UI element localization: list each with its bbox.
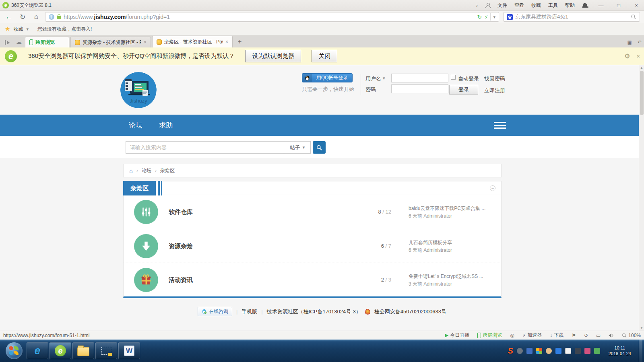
browser-search-box[interactable]: 京东家具建材跨店4免1 xyxy=(503,12,640,22)
cross-screen-button[interactable]: 跨屏浏览 xyxy=(477,332,502,339)
favorites-import-hint[interactable]: 您还没有收藏，点击导入! xyxy=(37,26,92,33)
online-service-badge[interactable]: 在线咨询 xyxy=(198,307,232,316)
taskbar-360browser-button[interactable]: e xyxy=(50,342,71,359)
forum-search-input[interactable] xyxy=(126,141,284,154)
skin-hat-icon[interactable] xyxy=(582,3,588,8)
last-post-meta[interactable]: 3 天前 Administrator xyxy=(409,280,499,288)
refresh-button[interactable]: ↻ xyxy=(18,13,27,21)
find-password-link[interactable]: 找回密码 xyxy=(484,75,505,82)
forum-name[interactable]: 资源杂烩 xyxy=(169,243,193,250)
scrollbar-thumb[interactable] xyxy=(640,71,644,115)
auto-login-checkbox[interactable] xyxy=(451,75,456,80)
scroll-down-icon[interactable]: ▼ xyxy=(640,326,643,330)
tray-icon[interactable] xyxy=(526,348,533,354)
favorites-label[interactable]: 收藏 xyxy=(13,26,23,33)
minimize-button[interactable]: — xyxy=(596,2,606,8)
url-text[interactable]: https://www.jishuzy.com/forum.php?gid=1 xyxy=(64,14,170,20)
tray-icon[interactable] xyxy=(555,348,561,354)
zoom-control[interactable]: 100% xyxy=(622,333,641,338)
auto-login-label[interactable]: 自动登录 xyxy=(458,75,479,82)
reopen-closed-tab-icon[interactable]: ↶ xyxy=(638,39,642,45)
restore-button[interactable]: □ xyxy=(613,2,624,8)
last-post-meta[interactable]: 6 天前 Administrator xyxy=(409,247,499,254)
speed-mode-icon[interactable]: ⚡ xyxy=(484,14,488,20)
breadcrumb-forum[interactable]: 论坛 xyxy=(142,167,151,174)
forum-name[interactable]: 活动资讯 xyxy=(169,276,193,284)
start-button[interactable] xyxy=(6,342,23,359)
tray-icon[interactable] xyxy=(565,348,571,354)
tab-cross-screen[interactable]: 跨屏浏览 xyxy=(25,37,69,47)
download-button[interactable]: ↓ 下载 xyxy=(550,332,564,339)
taskbar-word-button[interactable]: W xyxy=(118,342,140,359)
last-post-title[interactable]: baidu云盘不限速下载PC安卓合集 ... xyxy=(409,205,499,212)
register-link[interactable]: 立即注册 xyxy=(484,87,505,94)
menu-view[interactable]: 查看 xyxy=(514,2,524,9)
tray-icon[interactable] xyxy=(594,348,600,354)
breadcrumb-current[interactable]: 杂烩区 xyxy=(160,167,175,174)
nav-forum[interactable]: 论坛 xyxy=(129,115,142,136)
tab-list-icon[interactable] xyxy=(5,40,10,45)
search-query-text[interactable]: 京东家具建材跨店4免1 xyxy=(515,13,628,21)
menu-tools[interactable]: 工具 xyxy=(548,2,558,9)
home-icon[interactable]: ⌂ xyxy=(129,167,133,174)
mobile-version-link[interactable]: 手机版 xyxy=(242,308,257,315)
tray-icon[interactable] xyxy=(584,348,590,354)
section-title[interactable]: 杂烩区 xyxy=(123,181,156,195)
back-button[interactable]: ← xyxy=(4,13,14,21)
forum-row[interactable]: 活动资讯 2 / 3 免费申请Let' s Encrypt泛域名SS ... 3… xyxy=(124,263,501,296)
cloud-sync-icon[interactable]: ☁ xyxy=(16,39,22,45)
forum-search-button[interactable] xyxy=(313,141,326,154)
tray-icon[interactable] xyxy=(517,348,523,354)
live-today-button[interactable]: ▶ 今日直播 xyxy=(445,332,469,339)
home-button[interactable]: ⌂ xyxy=(31,13,41,21)
loading-spinner-icon[interactable]: ↻ xyxy=(477,14,482,20)
flag-button[interactable]: ⚑ xyxy=(572,333,576,338)
forum-name[interactable]: 软件仓库 xyxy=(169,208,193,216)
url-dropdown-icon[interactable]: ▾ xyxy=(493,14,495,20)
last-post-title[interactable]: 几百套简历模板分享 xyxy=(409,239,499,247)
last-post-title[interactable]: 免费申请Let' s Encrypt泛域名SS ... xyxy=(409,273,499,280)
menu-favorites[interactable]: 收藏 xyxy=(531,2,541,9)
new-tab-button[interactable]: + xyxy=(238,38,242,45)
menu-expand-icon[interactable]: › xyxy=(476,2,478,8)
search-scope-select[interactable]: 帖子 ▾ xyxy=(284,141,311,154)
tab-close-icon[interactable]: × xyxy=(225,39,228,45)
page-scrollbar[interactable]: ▲ ▼ xyxy=(639,65,644,331)
nav-help[interactable]: 求助 xyxy=(159,115,173,136)
username-dropdown-icon[interactable]: ▾ xyxy=(383,76,385,81)
hamburger-menu-icon[interactable] xyxy=(494,122,506,129)
close-button[interactable]: × xyxy=(631,2,642,8)
favorites-dropdown-icon[interactable]: ▾ xyxy=(26,27,29,32)
collapse-section-icon[interactable]: − xyxy=(490,185,495,191)
forum-row[interactable]: 软件仓库 8 / 12 baidu云盘不限速下载PC安卓合集 ... 6 天前 … xyxy=(124,195,501,229)
tray-icon[interactable] xyxy=(575,348,581,354)
tray-icon[interactable] xyxy=(546,348,552,354)
address-bar[interactable]: https://www.jishuzy.com/forum.php?gid=1 … xyxy=(45,12,499,22)
sogou-tray-icon[interactable]: S xyxy=(508,346,513,356)
taskbar-snipping-button[interactable] xyxy=(95,342,117,359)
user-account-icon[interactable] xyxy=(485,3,490,8)
last-post-meta[interactable]: 6 天前 Administrator xyxy=(409,212,499,220)
accelerator-button[interactable]: ⚡ 加速器 xyxy=(522,332,542,339)
favorites-star-icon[interactable]: ★ xyxy=(5,25,10,33)
qq-login-button[interactable]: 用QQ帐号登录 xyxy=(302,73,353,82)
dismiss-bar-icon[interactable]: × xyxy=(636,53,640,60)
username-field[interactable] xyxy=(391,74,448,82)
taskbar-explorer-button[interactable] xyxy=(72,342,94,359)
login-button[interactable]: 登录 xyxy=(449,85,478,95)
tab-inactive[interactable]: 资源杂烩 - 技术资源社区 - Pov × xyxy=(70,37,151,47)
set-default-browser-button[interactable]: 设为默认浏览器 xyxy=(245,50,301,62)
site-logo[interactable]: Jishuzy xyxy=(120,72,157,108)
mute-button[interactable] xyxy=(609,333,614,338)
scroll-up-icon[interactable]: ▲ xyxy=(640,66,643,70)
tray-icon[interactable] xyxy=(536,348,542,354)
search-icon[interactable] xyxy=(631,14,636,20)
forum-row[interactable]: 资源杂烩 6 / 7 几百套简历模板分享 6 天前 Administrator xyxy=(124,229,501,263)
taskbar-ie-button[interactable]: e xyxy=(27,342,48,359)
police-record-link[interactable]: 桂公网安备45070202000633号 xyxy=(374,308,446,315)
menu-file[interactable]: 文件 xyxy=(497,2,507,9)
show-desktop-button[interactable] xyxy=(639,339,642,362)
taskbar-clock[interactable]: 10:11 2018-04-24 xyxy=(609,345,631,356)
proxy-circle-icon[interactable]: ◎ xyxy=(510,333,514,338)
tab-close-icon[interactable]: × xyxy=(144,39,147,45)
